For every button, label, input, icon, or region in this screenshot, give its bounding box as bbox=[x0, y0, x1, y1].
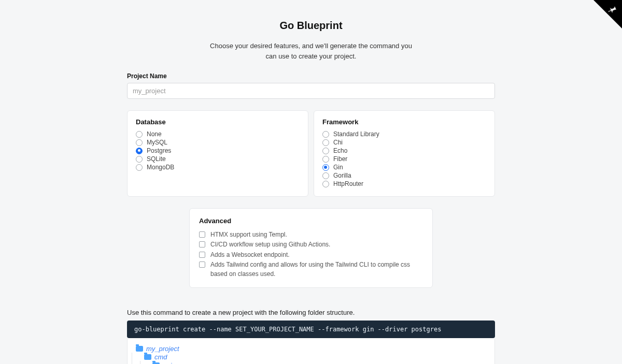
command-note: Use this command to create a new project… bbox=[127, 309, 495, 316]
command-output[interactable]: go-blueprint create --name SET_YOUR_PROJ… bbox=[127, 321, 495, 338]
advanced-card: Advanced HTMX support using Templ.CI/CD … bbox=[189, 208, 433, 288]
project-name-label: Project Name bbox=[127, 72, 495, 80]
option-label: Gorilla bbox=[333, 172, 351, 179]
radio-icon bbox=[136, 139, 143, 146]
checkbox-icon bbox=[199, 231, 205, 238]
database-option-none[interactable]: None bbox=[136, 130, 300, 138]
advanced-option-0[interactable]: HTMX support using Templ. bbox=[199, 230, 423, 240]
page-subtitle: Choose your desired features, and we'll … bbox=[207, 41, 415, 61]
framework-option-chi[interactable]: Chi bbox=[322, 138, 486, 147]
option-label: CI/CD workflow setup using Github Action… bbox=[210, 240, 330, 249]
radio-icon bbox=[322, 139, 329, 146]
option-label: Adds a Websocket endpoint. bbox=[210, 251, 290, 259]
database-title: Database bbox=[136, 118, 300, 126]
radio-icon bbox=[136, 131, 143, 138]
framework-title: Framework bbox=[322, 118, 486, 126]
framework-option-httprouter[interactable]: HttpRouter bbox=[322, 180, 486, 188]
option-label: Postgres bbox=[147, 147, 171, 154]
project-name-input[interactable] bbox=[127, 83, 495, 99]
radio-icon bbox=[322, 172, 329, 179]
checkbox-icon bbox=[199, 241, 205, 247]
advanced-option-3[interactable]: Adds Tailwind config and allows for usin… bbox=[199, 260, 423, 279]
database-option-mysql[interactable]: MySQL bbox=[136, 138, 300, 147]
corner-badge[interactable] bbox=[593, 0, 622, 28]
database-option-mongodb[interactable]: MongoDB bbox=[136, 163, 300, 171]
checkbox-icon bbox=[199, 252, 205, 258]
tree-folder-root[interactable]: my_project bbox=[136, 345, 486, 353]
option-label: Chi bbox=[333, 139, 343, 146]
radio-icon bbox=[136, 156, 143, 163]
option-label: MongoDB bbox=[147, 164, 174, 171]
framework-option-fiber[interactable]: Fiber bbox=[322, 155, 486, 163]
option-label: MySQL bbox=[147, 139, 167, 146]
option-label: HttpRouter bbox=[333, 180, 363, 187]
option-label: SQLite bbox=[147, 155, 166, 163]
framework-option-echo[interactable]: Echo bbox=[322, 147, 486, 155]
database-option-sqlite[interactable]: SQLite bbox=[136, 155, 300, 163]
advanced-option-1[interactable]: CI/CD workflow setup using Github Action… bbox=[199, 240, 423, 250]
option-label: Standard Library bbox=[333, 130, 379, 138]
option-label: Fiber bbox=[333, 155, 347, 163]
option-label: Adds Tailwind config and allows for usin… bbox=[210, 260, 423, 279]
radio-icon bbox=[322, 131, 329, 138]
checkbox-icon bbox=[199, 261, 205, 268]
option-label: None bbox=[147, 130, 162, 138]
radio-icon bbox=[322, 181, 329, 187]
option-label: Echo bbox=[333, 147, 347, 154]
folder-tree: my_project cmd api bbox=[127, 338, 495, 364]
framework-card: Framework Standard LibraryChiEchoFiberGi… bbox=[314, 110, 495, 197]
framework-option-gorilla[interactable]: Gorilla bbox=[322, 171, 486, 180]
pin-icon bbox=[606, 3, 619, 16]
tree-folder-cmd[interactable]: cmd bbox=[144, 353, 486, 361]
option-label: HTMX support using Templ. bbox=[210, 230, 287, 239]
database-card: Database NoneMySQLPostgresSQLiteMongoDB bbox=[127, 110, 308, 197]
radio-icon bbox=[136, 148, 143, 154]
framework-option-gin[interactable]: Gin bbox=[322, 163, 486, 171]
advanced-title: Advanced bbox=[199, 217, 423, 225]
advanced-option-2[interactable]: Adds a Websocket endpoint. bbox=[199, 250, 423, 260]
folder-icon bbox=[144, 354, 151, 360]
folder-icon bbox=[136, 346, 143, 352]
database-option-postgres[interactable]: Postgres bbox=[136, 147, 300, 155]
tree-folder-api[interactable]: api bbox=[152, 361, 486, 364]
radio-icon bbox=[322, 148, 329, 154]
radio-icon bbox=[322, 164, 329, 171]
option-label: Gin bbox=[333, 164, 343, 171]
framework-option-standard-library[interactable]: Standard Library bbox=[322, 130, 486, 138]
radio-icon bbox=[322, 156, 329, 163]
page-title: Go Blueprint bbox=[127, 20, 495, 32]
radio-icon bbox=[136, 164, 143, 171]
